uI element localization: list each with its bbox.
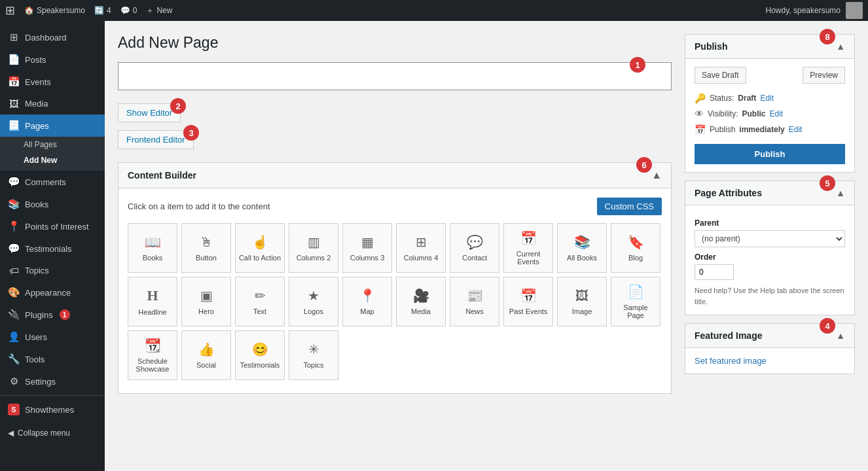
pages-submenu: All Pages Add New [0, 137, 105, 171]
pages-icon: 📃 [8, 120, 20, 131]
grid-item-media[interactable]: 🎥 Media [396, 277, 446, 326]
grid-item-hero[interactable]: ▣ Hero [181, 277, 231, 326]
sidebar-item-users[interactable]: 👤 Users [0, 326, 105, 348]
sidebar-label-users: Users [25, 332, 47, 342]
blog-grid-icon: 🔖 [628, 234, 644, 250]
sidebar-item-media[interactable]: 🖼 Media [0, 93, 105, 114]
new-item[interactable]: ＋ New [146, 5, 172, 16]
sidebar-item-pages[interactable]: 📃 Pages [0, 114, 105, 137]
publish-panel-toggle[interactable]: ▲ [836, 41, 845, 52]
sidebar-item-showthemes[interactable]: S Showthemes [0, 398, 105, 421]
sidebar-item-events[interactable]: 📅 Events [0, 71, 105, 93]
step-badge-8: 8 [820, 29, 835, 44]
status-edit-link[interactable]: Edit [760, 94, 774, 103]
sidebar-item-testimonials[interactable]: 💬 Testimonials [0, 237, 105, 260]
publish-button[interactable]: Publish [695, 144, 845, 164]
hero-grid-icon: ▣ [200, 288, 213, 304]
frontend-editor-button[interactable]: Frontend Editor [118, 130, 194, 149]
sidebar-item-topics[interactable]: 🏷 Topics [0, 260, 105, 281]
sidebar-item-tools[interactable]: 🔧 Tools [0, 348, 105, 370]
grid-item-image[interactable]: 🖼 Image [557, 277, 607, 326]
schedule-showcase-grid-icon: 📆 [145, 338, 161, 353]
grid-item-social[interactable]: 👍 Social [181, 330, 231, 380]
collapse-menu-button[interactable]: ◀ Collapse menu [0, 423, 105, 443]
sidebar-item-comments[interactable]: 💬 Comments [0, 171, 105, 193]
news-grid-icon: 📰 [467, 288, 483, 304]
sidebar-item-settings[interactable]: ⚙ Settings [0, 370, 105, 392]
grid-item-past-events[interactable]: 📅 Past Events [503, 277, 553, 326]
headline-grid-icon: H [147, 287, 158, 304]
sidebar-label-pages: Pages [25, 121, 49, 131]
sidebar-label-plugins: Plugins [25, 310, 53, 320]
grid-item-logos[interactable]: ★ Logos [289, 277, 338, 326]
appearance-icon: 🎨 [8, 287, 20, 298]
publish-time-edit-link[interactable]: Edit [789, 125, 803, 134]
grid-item-books[interactable]: 📖 Books [128, 223, 177, 273]
sidebar: ⊞ Dashboard 📄 Posts 📅 Events 🖼 Media 📃 P… [0, 21, 105, 471]
grid-item-text[interactable]: ✏ Text [235, 277, 285, 326]
grid-label-headline: Headline [138, 308, 166, 316]
columns3-grid-icon: ▦ [361, 234, 374, 250]
grid-item-columns4[interactable]: ⊞ Columns 4 [396, 223, 446, 273]
grid-item-call-to-action[interactable]: ☝ Call to Action [235, 223, 285, 273]
grid-label-columns2: Columns 2 [297, 254, 331, 262]
plugins-badge: 1 [60, 309, 70, 320]
howdy-text[interactable]: Howdy, speakersumo [766, 6, 841, 15]
grid-item-columns2[interactable]: ▥ Columns 2 [289, 223, 338, 273]
save-draft-button[interactable]: Save Draft [695, 67, 746, 84]
grid-item-news[interactable]: 📰 News [450, 277, 499, 326]
sidebar-sub-add-new[interactable]: Add New [0, 152, 105, 168]
step-badge-2: 2 [170, 98, 186, 114]
grid-label-columns4: Columns 4 [404, 254, 439, 262]
site-name[interactable]: 🏠 Speakersumo [24, 6, 85, 15]
grid-label-columns3: Columns 3 [350, 254, 385, 262]
topics-icon: 🏷 [8, 265, 20, 276]
grid-item-button[interactable]: 🖱 Button [181, 223, 231, 273]
grid-label-media: Media [411, 307, 431, 315]
grid-item-all-books[interactable]: 📚 All Books [557, 223, 607, 273]
featured-image-toggle[interactable]: ▲ [836, 330, 845, 341]
content-builder: Content Builder ▲ Click on a item to add… [118, 162, 672, 394]
grid-item-sample-page[interactable]: 📄 Sample Page [611, 277, 660, 326]
grid-item-testimonials[interactable]: 😊 Testimonials [235, 330, 285, 380]
set-featured-image-link[interactable]: Set featured image [695, 356, 767, 366]
sidebar-item-books[interactable]: 📚 Books [0, 193, 105, 215]
grid-item-schedule-showcase[interactable]: 📆 Schedule Showcase [128, 330, 177, 380]
grid-item-headline[interactable]: H Headline [128, 277, 177, 326]
sidebar-label-posts: Posts [25, 55, 46, 65]
revisions-item[interactable]: 🔄 4 [94, 6, 111, 15]
wp-logo-icon[interactable]: ⊞ [5, 3, 15, 18]
publish-label: Publish [710, 125, 735, 134]
publish-meta: 🔑 Status: Draft Edit 👁 Visibility: Publi… [695, 90, 845, 137]
page-attributes-toggle[interactable]: ▲ [836, 188, 845, 198]
columns4-grid-icon: ⊞ [416, 234, 427, 250]
content-builder-body: Click on a item to add it to the content… [118, 188, 671, 393]
sidebar-item-posts[interactable]: 📄 Posts [0, 48, 105, 71]
parent-select[interactable]: (no parent) [695, 230, 845, 247]
grid-label-all-books: All Books [567, 254, 597, 262]
sidebar-item-plugins[interactable]: 🔌 Plugins 1 [0, 304, 105, 326]
sidebar-item-points-of-interest[interactable]: 📍 Points of Interest [0, 215, 105, 237]
grid-item-blog[interactable]: 🔖 Blog [611, 223, 660, 273]
sidebar-label-media: Media [25, 99, 48, 109]
preview-button[interactable]: Preview [803, 67, 845, 84]
sidebar-sub-all-pages[interactable]: All Pages [0, 137, 105, 152]
top-bar-left: ⊞ 🏠 Speakersumo 🔄 4 💬 0 ＋ New [5, 3, 755, 18]
grid-item-contact[interactable]: 💬 Contact [450, 223, 499, 273]
grid-item-current-events[interactable]: 📅 Current Events [503, 223, 553, 273]
content-builder-toggle[interactable]: ▲ [651, 169, 662, 181]
sidebar-item-dashboard[interactable]: ⊞ Dashboard [0, 26, 105, 48]
sidebar-label-poi: Points of Interest [25, 222, 89, 232]
show-editor-area: Show Editor 2 [118, 103, 186, 128]
grid-item-columns3[interactable]: ▦ Columns 3 [342, 223, 392, 273]
sidebar-item-appearance[interactable]: 🎨 Appearance [0, 281, 105, 304]
custom-css-button[interactable]: Custom CSS [597, 198, 662, 215]
grid-item-topics[interactable]: ✳ Topics [289, 330, 338, 380]
order-input[interactable] [695, 264, 734, 280]
grid-label-schedule-showcase: Schedule Showcase [131, 357, 174, 373]
grid-label-social: Social [196, 361, 216, 369]
title-input[interactable] [118, 63, 671, 90]
comments-item[interactable]: 💬 0 [120, 6, 137, 15]
visibility-edit-link[interactable]: Edit [769, 109, 783, 118]
grid-item-map[interactable]: 📍 Map [342, 277, 392, 326]
